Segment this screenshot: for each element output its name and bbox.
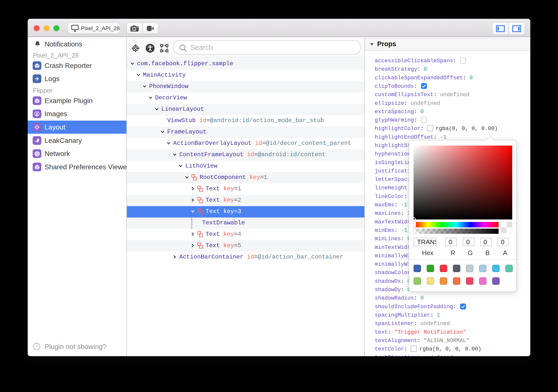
svg-text:?: ? — [35, 344, 38, 349]
